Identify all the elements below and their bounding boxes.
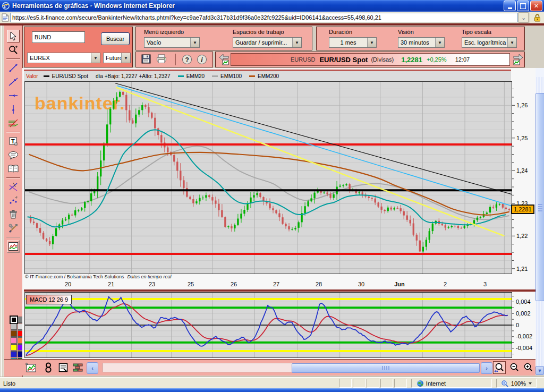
vertical-scrollbar-thumb[interactable] bbox=[536, 93, 544, 301]
symbol-search-input[interactable] bbox=[32, 31, 85, 43]
security-zone: Internet bbox=[411, 379, 492, 388]
notes-icon[interactable] bbox=[57, 362, 69, 373]
palette-swatch[interactable] bbox=[11, 344, 17, 351]
quote-symbol: EURUSD bbox=[291, 56, 315, 63]
palette-swatch[interactable] bbox=[11, 330, 17, 337]
legend-valor-label: Valor bbox=[26, 73, 38, 79]
menu-left-select[interactable]: Vacío▼ bbox=[144, 37, 200, 48]
back-chart-icon[interactable] bbox=[218, 53, 231, 66]
book-tool-icon[interactable] bbox=[7, 163, 20, 175]
realtime-text: Datos en tiempo real bbox=[128, 274, 172, 279]
horizontal-scrollbar[interactable] bbox=[103, 363, 480, 372]
y-axis-label: 1,26 bbox=[516, 102, 528, 108]
erase-line-tool-icon[interactable] bbox=[7, 181, 20, 193]
instrument-value: Futuro bbox=[104, 53, 121, 63]
search-panel: Buscar EUREX▼ Futuro▼ bbox=[24, 27, 133, 67]
trendline-tool-icon[interactable] bbox=[7, 75, 20, 88]
chevron-down-icon[interactable]: ▼ bbox=[435, 38, 444, 47]
vertical-scrollbar[interactable]: ▲ ▼ bbox=[536, 68, 544, 375]
workspaces-select[interactable]: Guardar / suprimir...▼ bbox=[233, 37, 302, 48]
blocks-icon[interactable] bbox=[72, 362, 84, 373]
chevron-down-icon[interactable]: ▼ bbox=[121, 53, 130, 63]
palette-swatch[interactable] bbox=[11, 337, 17, 344]
help-icon[interactable]: ? bbox=[182, 54, 192, 65]
pointer-tool-icon[interactable] bbox=[7, 30, 20, 42]
macd-axis-label: -0,004 bbox=[516, 345, 532, 351]
palette-swatch[interactable] bbox=[11, 323, 17, 330]
chevron-down-icon[interactable]: ▼ bbox=[292, 38, 301, 47]
y-axis-label: 1,25 bbox=[516, 135, 528, 141]
scroll-left-button[interactable]: ‹ bbox=[87, 362, 98, 374]
exchange-select[interactable]: EUREX▼ bbox=[27, 53, 100, 63]
scroll-right-button[interactable]: › bbox=[481, 362, 492, 374]
panel-divider bbox=[24, 289, 536, 292]
x-axis-label: 20 bbox=[65, 281, 71, 287]
svg-text:T: T bbox=[11, 138, 15, 144]
minimize-button[interactable] bbox=[504, 1, 516, 11]
vertical-scrollbar-track[interactable] bbox=[536, 77, 544, 366]
print-icon[interactable] bbox=[156, 54, 167, 64]
restore-button[interactable] bbox=[517, 1, 529, 11]
x-axis-label: 3 bbox=[483, 281, 487, 287]
horizontal-line-tool-icon[interactable] bbox=[7, 89, 20, 102]
text-tool-icon[interactable]: T bbox=[7, 135, 20, 148]
close-button[interactable]: ✕ bbox=[530, 1, 542, 11]
instrument-select[interactable]: Futuro▼ bbox=[103, 53, 131, 63]
vision-select[interactable]: 30 minutos▼ bbox=[398, 37, 445, 48]
trash-tool-icon[interactable] bbox=[7, 208, 20, 221]
link-icon[interactable] bbox=[42, 362, 54, 373]
padlock-cell bbox=[530, 12, 544, 23]
fibonacci-tool-icon[interactable] bbox=[7, 117, 20, 130]
search-button[interactable]: Buscar bbox=[101, 32, 130, 45]
chevron-down-icon[interactable] bbox=[529, 382, 532, 385]
settings-tool-icon[interactable] bbox=[7, 222, 20, 235]
segment-tool-icon[interactable] bbox=[7, 62, 20, 74]
address-input[interactable]: https://es5.it-finance.com/secure/Bankin… bbox=[10, 13, 518, 22]
palette-swatch[interactable] bbox=[11, 351, 17, 357]
chevron-down-icon[interactable]: ▼ bbox=[507, 38, 516, 47]
menu-left-label: Menú izquierdo bbox=[144, 29, 184, 35]
legend-item: EMM100 bbox=[212, 73, 242, 79]
info-icon[interactable]: i bbox=[197, 54, 207, 65]
chevron-down-icon[interactable]: ▼ bbox=[91, 53, 100, 63]
zoom-in-button[interactable] bbox=[522, 361, 534, 374]
exchange-value: EUREX bbox=[28, 53, 91, 63]
window-title: Herramientas de gráficas - Windows Inter… bbox=[12, 2, 504, 10]
y-axis-label: 1,21 bbox=[516, 266, 528, 272]
scale-select[interactable]: Esc. logarítmica▼ bbox=[462, 37, 517, 48]
y-axis-label: 1,22 bbox=[516, 233, 528, 239]
horizontal-scrollbar-thumb[interactable] bbox=[292, 363, 480, 373]
duration-select[interactable]: 1 mes▼ bbox=[329, 37, 377, 48]
vertical-line-tool-icon[interactable] bbox=[7, 103, 20, 116]
indicator-tool-icon[interactable] bbox=[7, 240, 20, 253]
page-zoom-control[interactable]: 100% bbox=[496, 379, 537, 388]
comment-tool-icon[interactable] bbox=[7, 149, 20, 161]
chevron-down-icon[interactable]: ▼ bbox=[190, 38, 199, 47]
zoom-out-button[interactable] bbox=[508, 361, 521, 374]
zoom-level: 100% bbox=[511, 380, 526, 387]
last-price-tag: 1,2281 bbox=[511, 204, 534, 214]
x-axis-label: 30 bbox=[358, 281, 364, 287]
save-icon[interactable] bbox=[141, 54, 151, 64]
chart-legend: Valor EUR/USD Spotdía +Bajo: 1,2227 +Alt… bbox=[24, 70, 511, 81]
chevron-down-icon[interactable]: ▼ bbox=[367, 38, 376, 47]
x-axis-label: 23 bbox=[149, 281, 155, 287]
url-dropdown-button[interactable]: ⌄ bbox=[518, 12, 529, 23]
price-chart-plot[interactable]: bankinter. bbox=[24, 81, 512, 274]
macd-axis: 0,0040,0020-0,002-0,004 bbox=[512, 292, 536, 358]
scroll-down-button[interactable]: ▼ bbox=[536, 366, 544, 375]
palette-swatch[interactable] bbox=[11, 317, 17, 323]
macd-plot[interactable]: MACD 12 26 9 bbox=[24, 292, 512, 358]
quote-time: 12:07 bbox=[455, 56, 470, 63]
taskbar-edge bbox=[0, 388, 544, 392]
legend-swatch bbox=[178, 75, 184, 77]
x-axis-label: 2 bbox=[444, 281, 447, 287]
new-chart-icon[interactable] bbox=[26, 362, 37, 373]
x-axis-label: 28 bbox=[316, 281, 322, 287]
address-url-text: https://es5.it-finance.com/secure/Bankin… bbox=[12, 14, 381, 21]
go-chart-icon[interactable] bbox=[512, 53, 524, 66]
points-tool-icon[interactable] bbox=[7, 194, 20, 207]
zoom-fit-button[interactable] bbox=[493, 361, 506, 374]
duration-value: 1 mes bbox=[329, 38, 367, 47]
zoom-in-tool-icon[interactable] bbox=[7, 44, 20, 56]
